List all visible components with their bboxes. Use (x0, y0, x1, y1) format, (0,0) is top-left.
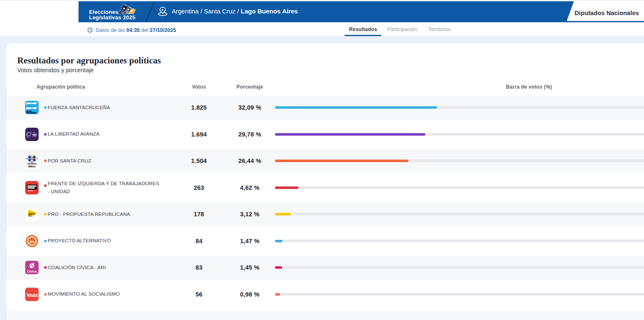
svg-text:Unidos: Unidos (27, 163, 37, 165)
svg-text:Cívica: Cívica (27, 270, 37, 273)
svg-text:pro: pro (28, 211, 35, 216)
svg-text:pa: pa (29, 239, 34, 244)
svg-text:mas: mas (27, 292, 38, 298)
